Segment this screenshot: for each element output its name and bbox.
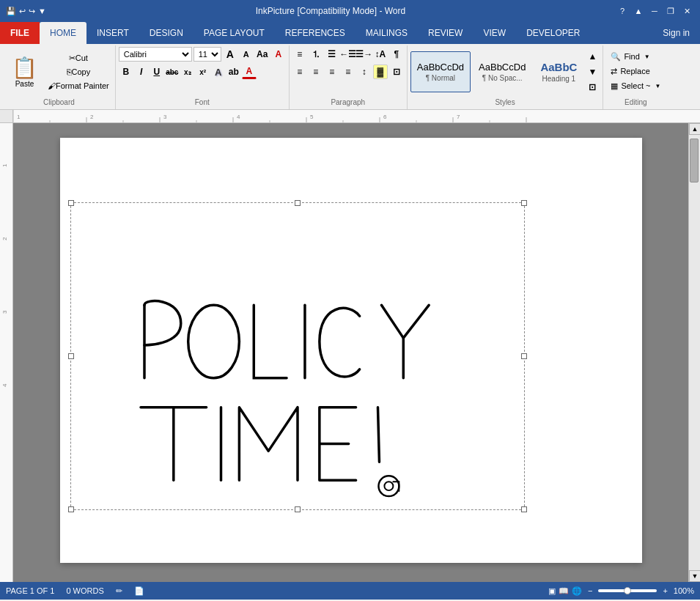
scroll-thumb[interactable] [690, 139, 699, 182]
zoom-thumb[interactable] [624, 587, 631, 594]
find-icon: 🔍 [611, 52, 621, 62]
undo-icon[interactable]: ↩ [19, 7, 26, 16]
italic-button[interactable]: I [134, 64, 149, 79]
ribbon-group-editing: 🔍 Find ▼ ⇄ Replace ▦ Select ~ ▼ Editing [603, 45, 668, 109]
font-family-select[interactable]: Calibri [119, 47, 192, 62]
quick-access-toolbar: 💾 ↩ ↪ ▼ [6, 7, 46, 16]
save-icon[interactable]: 💾 [6, 7, 16, 16]
minimize-icon[interactable]: ─ [647, 4, 662, 18]
ribbon-tab-bar: FILE HOME INSERT DESIGN PAGE LAYOUT REFE… [0, 22, 700, 44]
styles-scroll-down[interactable]: ▼ [585, 64, 600, 79]
replace-label: Replace [620, 67, 649, 75]
svg-text:3: 3 [1, 310, 8, 314]
document-scroll-area[interactable] [13, 123, 688, 582]
subscript-button[interactable]: x₂ [180, 64, 195, 79]
increase-indent-button[interactable]: ☰→ [357, 47, 372, 62]
text-highlight-button[interactable]: ab [226, 64, 241, 79]
underline-button[interactable]: U [150, 64, 164, 79]
cut-button[interactable]: ✂ Cut [45, 51, 112, 64]
replace-icon: ⇄ [611, 67, 617, 76]
replace-button[interactable]: ⇄ Replace [606, 64, 665, 78]
change-case-button[interactable]: Aа [255, 47, 270, 62]
zoom-level[interactable]: 100% [674, 586, 694, 595]
select-button[interactable]: ▦ Select ~ ▼ [606, 79, 665, 92]
ruler-marks: 1 2 3 4 5 6 7 [13, 110, 700, 122]
styles-scroll-up[interactable]: ▲ [585, 49, 600, 64]
ink-picture-frame[interactable] [70, 202, 525, 510]
style-normal[interactable]: AaBbCcDd ¶ Normal [410, 51, 471, 92]
svg-text:5: 5 [310, 114, 314, 120]
styles-more-button[interactable]: ⊡ [585, 80, 600, 95]
restore-icon[interactable]: ❐ [663, 4, 678, 18]
superscript-button[interactable]: x² [196, 64, 210, 79]
multilevel-list-button[interactable]: ☰ [325, 47, 339, 62]
align-center-button[interactable]: ≡ [309, 64, 323, 79]
zoom-out-button[interactable]: − [588, 586, 592, 595]
grow-font-button[interactable]: A [223, 47, 237, 62]
bold-button[interactable]: B [119, 64, 133, 79]
copy-button[interactable]: ⎘ Copy [45, 65, 112, 78]
svg-point-26 [188, 305, 239, 378]
tab-design[interactable]: DESIGN [139, 22, 194, 44]
scroll-track[interactable] [689, 135, 700, 570]
show-hide-button[interactable]: ¶ [389, 47, 404, 62]
style-heading1[interactable]: AaBbC Heading 1 [534, 51, 583, 92]
ribbon-group-font: Calibri 11 A A Aа A B I U abc x₂ x² A ab… [116, 45, 290, 109]
font-color-button[interactable]: A [242, 64, 257, 79]
ribbon-minimize-icon[interactable]: ▲ [631, 4, 646, 18]
sign-in-link[interactable]: Sign in [658, 23, 694, 43]
strikethrough-button[interactable]: abc [165, 64, 180, 79]
style-normal-label: ¶ Normal [426, 74, 455, 82]
style-no-spacing[interactable]: AaBbCcDd ¶ No Spac... [472, 51, 532, 92]
tab-developer[interactable]: DEVELOPER [516, 22, 590, 44]
tab-file[interactable]: FILE [0, 22, 40, 44]
zoom-in-button[interactable]: + [663, 586, 667, 595]
ribbon: 📋 Paste ✂ Cut ⎘ Copy 🖌 Format Painter Cl… [0, 44, 700, 110]
tab-view[interactable]: VIEW [473, 22, 516, 44]
document-view-icon[interactable]: 📄 [134, 586, 144, 596]
paste-button[interactable]: 📋 Paste [6, 51, 43, 93]
tab-review[interactable]: REVIEW [418, 22, 473, 44]
sort-button[interactable]: ↕A [373, 47, 388, 62]
decrease-indent-button[interactable]: ←☰ [341, 47, 355, 62]
text-effects-button[interactable]: A [211, 64, 226, 79]
scroll-up-button[interactable]: ▲ [689, 123, 700, 135]
customize-icon[interactable]: ▼ [38, 7, 46, 15]
align-right-button[interactable]: ≡ [325, 64, 339, 79]
view-buttons: ▣ 📖 🌐 [548, 586, 582, 596]
styles-gallery: AaBbCcDd ¶ Normal AaBbCcDd ¶ No Spac... … [410, 49, 600, 95]
print-layout-button[interactable]: ▣ [548, 586, 556, 596]
shading-button[interactable]: ▓ [373, 64, 388, 79]
tab-references[interactable]: REFERENCES [275, 22, 355, 44]
close-icon[interactable]: ✕ [679, 4, 694, 18]
bullets-button[interactable]: ≡ [292, 47, 307, 62]
font-size-select[interactable]: 11 [194, 47, 221, 62]
tab-insert[interactable]: INSERT [86, 22, 139, 44]
svg-text:7: 7 [457, 114, 460, 120]
align-left-button[interactable]: ≡ [292, 64, 307, 79]
web-layout-button[interactable]: 🌐 [572, 586, 582, 596]
justify-button[interactable]: ≡ [341, 64, 355, 79]
find-button[interactable]: 🔍 Find ▼ [606, 50, 665, 63]
help-icon[interactable]: ? [615, 4, 630, 18]
clear-format-button[interactable]: A [271, 47, 286, 62]
tab-home[interactable]: HOME [40, 22, 86, 44]
document-page [60, 138, 642, 563]
numbering-button[interactable]: ⒈ [309, 47, 323, 62]
track-changes-icon[interactable]: ✏ [116, 586, 122, 596]
full-reading-button[interactable]: 📖 [559, 586, 569, 596]
shrink-font-button[interactable]: A [239, 47, 254, 62]
borders-button[interactable]: ⊡ [389, 64, 404, 79]
tab-mailings[interactable]: MAILINGS [355, 22, 418, 44]
scroll-down-button[interactable]: ▼ [689, 570, 700, 582]
svg-text:1: 1 [1, 163, 8, 167]
redo-icon[interactable]: ↪ [29, 7, 35, 16]
font-format-row: B I U abc x₂ x² A ab A [119, 64, 257, 79]
line-spacing-button[interactable]: ↕ [357, 64, 372, 79]
tab-page-layout[interactable]: PAGE LAYOUT [194, 22, 275, 44]
format-painter-button[interactable]: 🖌 Format Painter [45, 79, 112, 92]
select-arrow: ▼ [655, 83, 660, 89]
find-arrow: ▼ [644, 54, 650, 60]
zoom-slider[interactable] [598, 589, 657, 592]
style-heading1-preview: AaBbC [540, 61, 577, 73]
